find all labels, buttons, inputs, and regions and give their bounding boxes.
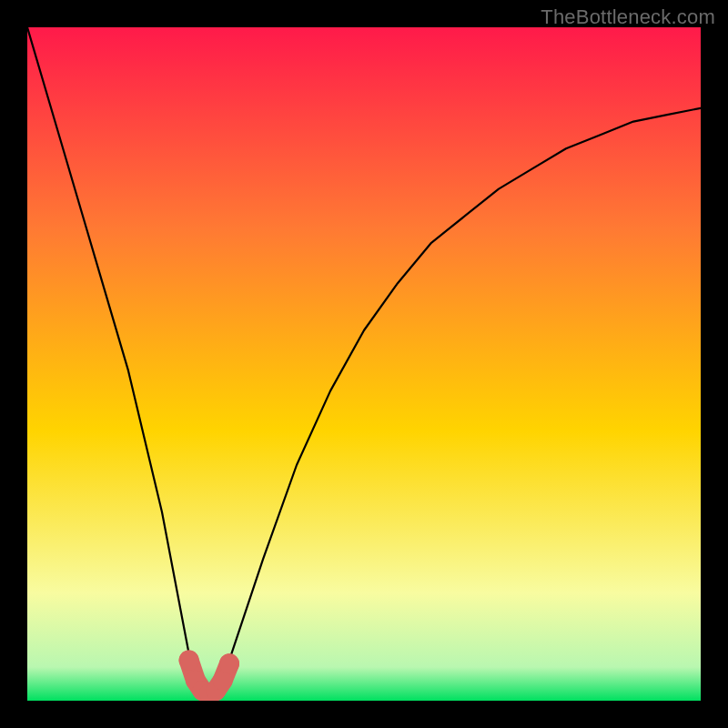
chart-frame: TheBottleneck.com [0,0,728,728]
highlight-dot [219,653,239,673]
chart-svg [27,27,701,701]
svg-rect-0 [27,27,701,701]
watermark-text: TheBottleneck.com [541,5,715,29]
plot-area [27,27,701,701]
highlight-dot [179,651,199,671]
